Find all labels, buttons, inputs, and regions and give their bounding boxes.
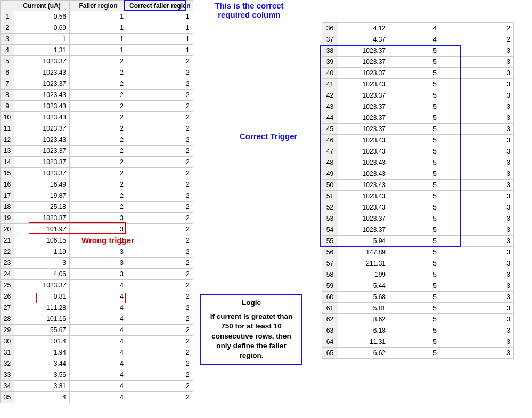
table-row[interactable]: 401023.3753 [322,68,514,79]
table-row[interactable]: 121023.4322 [1,134,193,146]
cell-failer[interactable]: 5 [389,146,440,157]
cell-current[interactable]: 1023.37 [14,168,70,179]
cell-failer[interactable]: 5 [389,157,440,168]
cell-current[interactable]: 5.81 [338,303,389,314]
cell-current[interactable]: 25.18 [14,202,70,213]
table-row[interactable]: 364.1242 [322,23,514,34]
table-row[interactable]: 511023.4353 [322,191,514,202]
cell-current[interactable]: 6.62 [338,348,389,359]
cell-current[interactable]: 3 [14,258,70,269]
cell-failer[interactable]: 4 [389,34,440,45]
cell-failer[interactable]: 5 [389,314,440,325]
cell-failer[interactable]: 5 [389,168,440,180]
cell-current[interactable]: 1023.37 [338,57,389,68]
table-row[interactable]: 5819953 [322,269,514,280]
row-number[interactable]: 60 [322,292,338,303]
row-number[interactable]: 39 [322,57,338,68]
table-row[interactable]: 541023.3753 [322,224,514,236]
table-row[interactable]: 191023.3732 [1,213,193,224]
cell-correct[interactable]: 2 [127,258,193,269]
row-number[interactable]: 62 [322,314,338,325]
cell-correct[interactable]: 2 [127,90,193,101]
table-row[interactable]: 595.4453 [322,280,514,292]
table-row[interactable]: 57211.3153 [322,258,514,269]
cell-current[interactable]: 1.19 [14,246,70,258]
cell-correct[interactable]: 3 [440,292,514,303]
cell-failer[interactable]: 5 [389,269,440,280]
cell-failer[interactable]: 2 [70,90,127,101]
cell-failer[interactable]: 2 [70,78,127,90]
cell-failer[interactable]: 2 [70,112,127,123]
cell-current[interactable]: 1023.43 [14,67,70,78]
table-row[interactable]: 521023.4353 [322,202,514,213]
cell-failer[interactable]: 5 [389,258,440,269]
cell-failer[interactable]: 3 [70,213,127,224]
row-number[interactable]: 24 [1,269,14,280]
table-row[interactable]: 71023.3722 [1,78,193,90]
cell-failer[interactable]: 3 [70,246,127,258]
cell-correct[interactable]: 3 [440,258,514,269]
cell-correct[interactable]: 3 [440,79,514,90]
left-table[interactable]: Current (uA) Failer region Correct faile… [0,0,193,403]
cell-failer[interactable]: 4 [70,291,127,302]
table-row[interactable]: 111023.3722 [1,123,193,134]
cell-correct[interactable]: 3 [440,314,514,325]
cell-correct[interactable]: 1 [127,45,193,56]
row-number[interactable]: 50 [322,180,338,191]
row-number[interactable]: 43 [322,101,338,112]
table-row[interactable]: 81023.4322 [1,90,193,101]
row-number[interactable]: 36 [322,23,338,34]
cell-correct[interactable]: 2 [127,56,193,67]
cell-failer[interactable]: 2 [70,157,127,168]
col-correct[interactable]: Correct failer region [127,1,193,11]
cell-current[interactable]: 19.87 [14,190,70,202]
cell-current[interactable]: 1023.43 [338,146,389,157]
right-table[interactable]: 364.1242374.3742381023.3753391023.375340… [322,22,514,359]
row-number[interactable]: 30 [1,336,14,347]
cell-correct[interactable]: 2 [127,336,193,347]
cell-correct[interactable]: 2 [127,157,193,168]
table-row[interactable]: 10.5611 [1,11,193,22]
cell-current[interactable]: 1023.37 [338,124,389,135]
cell-current[interactable]: 1023.43 [338,135,389,146]
cell-current[interactable]: 8.62 [338,314,389,325]
cell-current[interactable]: 1023.37 [14,280,70,291]
cell-correct[interactable]: 3 [440,112,514,124]
row-number[interactable]: 46 [322,135,338,146]
row-number[interactable]: 33 [1,369,14,381]
row-number[interactable]: 17 [1,190,14,202]
table-row[interactable]: 141023.3722 [1,157,193,168]
cell-failer[interactable]: 4 [70,336,127,347]
table-row[interactable]: 615.8153 [322,303,514,314]
table-row[interactable]: 56147.8953 [322,247,514,258]
row-number[interactable]: 32 [1,358,14,369]
table-row[interactable]: 6411.3153 [322,336,514,348]
cell-correct[interactable]: 3 [440,124,514,135]
row-number[interactable]: 11 [1,123,14,134]
table-row[interactable]: 656.6253 [322,348,514,359]
cell-correct[interactable]: 2 [127,213,193,224]
cell-failer[interactable]: 2 [70,123,127,134]
row-number[interactable]: 42 [322,90,338,101]
cell-correct[interactable]: 2 [127,134,193,146]
cell-current[interactable]: 4.37 [338,34,389,45]
row-number[interactable]: 51 [322,191,338,202]
row-number[interactable]: 37 [322,34,338,45]
cell-current[interactable]: 1023.37 [14,157,70,168]
row-number[interactable]: 48 [322,157,338,168]
cell-failer[interactable]: 5 [389,90,440,101]
row-number[interactable]: 3 [1,34,14,45]
cell-current[interactable]: 1023.43 [338,168,389,180]
row-number[interactable]: 13 [1,146,14,157]
cell-failer[interactable]: 5 [389,135,440,146]
table-row[interactable]: 636.1853 [322,325,514,336]
cell-current[interactable]: 1023.43 [14,90,70,101]
cell-current[interactable]: 4.12 [338,23,389,34]
cell-failer[interactable]: 4 [70,302,127,314]
cell-correct[interactable]: 2 [127,224,193,235]
table-row[interactable]: 471023.4353 [322,146,514,157]
row-number[interactable]: 64 [322,336,338,348]
cell-current[interactable]: 11.31 [338,336,389,348]
cell-current[interactable]: 1023.37 [338,224,389,236]
cell-failer[interactable]: 1 [70,22,127,34]
